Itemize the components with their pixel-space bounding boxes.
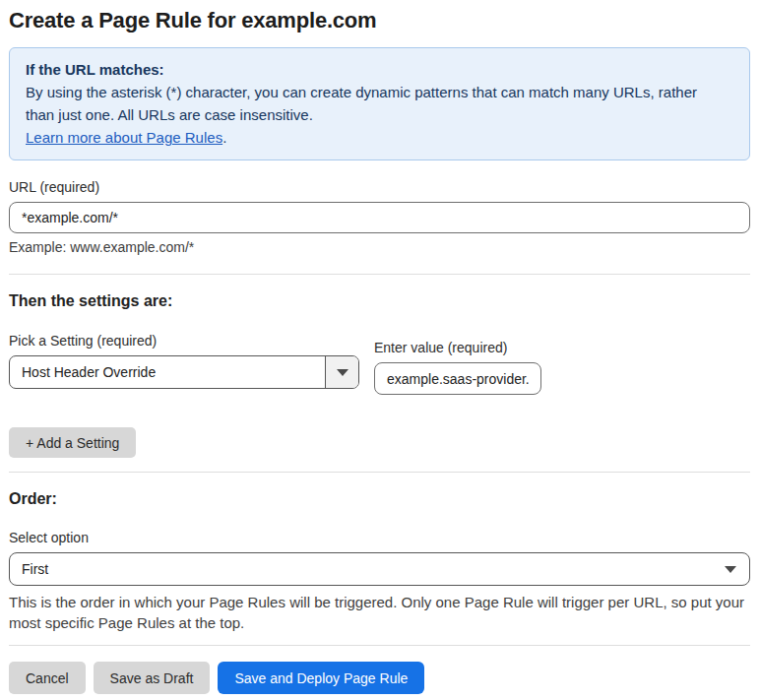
add-setting-button[interactable]: + Add a Setting: [9, 427, 136, 458]
page-title: Create a Page Rule for example.com: [9, 8, 750, 33]
setting-picker-column: Pick a Setting (required) Host Header Ov…: [9, 315, 359, 395]
url-hint: Example: www.example.com/*: [9, 239, 750, 255]
url-input[interactable]: [9, 202, 750, 233]
setting-row: Pick a Setting (required) Host Header Ov…: [9, 315, 750, 395]
learn-more-link[interactable]: Learn more about Page Rules: [26, 129, 222, 146]
url-match-info-box: If the URL matches: By using the asteris…: [9, 47, 750, 160]
info-box-heading: If the URL matches:: [26, 58, 733, 81]
order-section-heading: Order:: [9, 490, 750, 508]
settings-section-heading: Then the settings are:: [9, 292, 750, 310]
info-box-link-line: Learn more about Page Rules.: [26, 126, 733, 149]
link-suffix: .: [222, 129, 226, 146]
divider: [9, 274, 750, 275]
chevron-down-icon: [337, 369, 348, 376]
url-label: URL (required): [9, 179, 750, 195]
pick-setting-label: Pick a Setting (required): [9, 333, 359, 349]
setting-select-arrow-button[interactable]: [325, 356, 358, 388]
order-select-value: First: [22, 561, 48, 577]
order-select[interactable]: First: [9, 552, 750, 586]
create-page-rule-form: Create a Page Rule for example.com If th…: [0, 0, 760, 694]
setting-select-value: Host Header Override: [10, 356, 325, 388]
order-help-text: This is the order in which your Page Rul…: [9, 592, 750, 633]
setting-value-input[interactable]: [374, 362, 541, 395]
form-actions: Cancel Save as Draft Save and Deploy Pag…: [9, 662, 750, 694]
setting-value-column: Enter value (required): [374, 315, 541, 395]
divider: [9, 645, 750, 646]
cancel-button[interactable]: Cancel: [9, 662, 86, 694]
divider: [9, 472, 750, 473]
order-select-label: Select option: [9, 530, 750, 545]
chevron-down-icon: [725, 566, 736, 573]
save-and-deploy-button[interactable]: Save and Deploy Page Rule: [218, 662, 424, 694]
setting-select[interactable]: Host Header Override: [9, 355, 359, 389]
info-box-body: By using the asterisk (*) character, you…: [26, 81, 715, 126]
enter-value-label: Enter value (required): [374, 340, 541, 355]
save-as-draft-button[interactable]: Save as Draft: [94, 662, 211, 694]
